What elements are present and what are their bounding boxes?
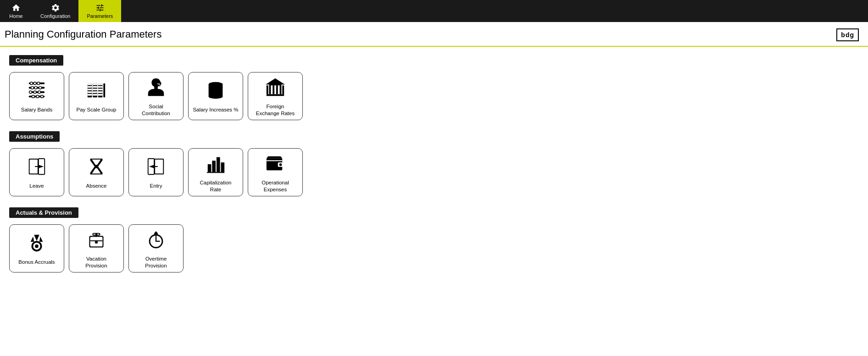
entry-icon <box>145 156 167 180</box>
svg-point-11 <box>33 91 36 94</box>
svg-point-6 <box>37 82 40 85</box>
card-entry[interactable]: Entry <box>128 148 184 196</box>
card-absence[interactable]: Absence <box>69 148 124 196</box>
svg-rect-61 <box>217 157 220 172</box>
capitalization-rate-label: CapitalizationRate <box>200 179 231 193</box>
bonus-accruals-icon <box>26 232 47 256</box>
section-actuals-provision-label: Actuals & Provision <box>9 207 78 218</box>
card-pay-scale-group[interactable]: Pay Scale Group <box>69 72 124 120</box>
card-social-contribution[interactable]: % SocialContribution <box>128 72 184 120</box>
capitalization-rate-icon <box>205 153 226 177</box>
svg-rect-23 <box>93 83 97 85</box>
bonus-accruals-label: Bonus Accruals <box>18 259 55 266</box>
salary-bands-label: Salary Bands <box>21 106 52 113</box>
overtime-provision-label: OvertimeProvision <box>145 256 167 269</box>
svg-point-14 <box>36 95 39 98</box>
svg-rect-30 <box>98 86 103 88</box>
svg-marker-51 <box>266 78 285 84</box>
card-capitalization-rate[interactable]: CapitalizationRate <box>188 148 243 196</box>
svg-text:%: % <box>157 82 161 86</box>
main-content: Compensation <box>0 47 868 292</box>
nav-item-configuration[interactable]: Configuration <box>32 0 78 22</box>
svg-rect-20 <box>88 91 92 93</box>
salary-increases-label: Salary Increases % <box>193 106 238 113</box>
actuals-provision-cards: Bonus Accruals VacationProvision <box>9 224 859 273</box>
top-navigation: Home Configuration Parameters <box>0 0 868 22</box>
foreign-exchange-label: ForeignExchange Rates <box>256 103 295 117</box>
svg-rect-27 <box>93 94 97 96</box>
svg-rect-62 <box>221 162 225 172</box>
pay-scale-group-icon <box>86 80 107 104</box>
svg-rect-26 <box>93 91 97 93</box>
social-contribution-label: SocialContribution <box>142 103 170 117</box>
card-operational-expenses[interactable]: OperationalExpenses <box>248 148 303 196</box>
absence-icon <box>86 156 107 180</box>
svg-point-13 <box>32 95 34 98</box>
nav-configuration-label: Configuration <box>40 13 70 19</box>
svg-rect-17 <box>88 83 92 85</box>
svg-rect-49 <box>280 85 282 94</box>
svg-point-4 <box>30 82 33 85</box>
overtime-provision-icon <box>145 229 167 253</box>
pay-scale-group-label: Pay Scale Group <box>77 106 117 113</box>
svg-rect-31 <box>98 89 103 90</box>
svg-rect-29 <box>98 83 103 85</box>
assumptions-cards: Leave Absence <box>9 148 859 196</box>
card-bonus-accruals[interactable]: Bonus Accruals <box>9 224 64 273</box>
svg-point-15 <box>41 95 44 98</box>
svg-rect-63 <box>207 172 224 173</box>
svg-point-8 <box>34 86 37 89</box>
section-compensation-label: Compensation <box>9 55 63 66</box>
nav-item-parameters[interactable]: Parameters <box>78 0 121 22</box>
social-contribution-icon: % <box>145 77 167 100</box>
absence-label: Absence <box>86 183 107 189</box>
vacation-provision-label: VacationProvision <box>85 256 107 269</box>
svg-rect-60 <box>212 161 216 172</box>
svg-point-9 <box>39 86 42 89</box>
svg-rect-50 <box>282 85 284 94</box>
svg-rect-18 <box>88 86 92 88</box>
salary-bands-icon <box>26 80 47 104</box>
card-foreign-exchange[interactable]: ForeignExchange Rates <box>248 72 303 120</box>
operational-expenses-label: OperationalExpenses <box>262 179 289 193</box>
salary-increases-icon <box>205 80 226 104</box>
svg-rect-45 <box>267 85 268 94</box>
card-salary-bands[interactable]: Salary Bands <box>9 72 64 120</box>
svg-rect-44 <box>267 94 284 96</box>
svg-rect-34 <box>103 83 105 98</box>
svg-rect-19 <box>88 89 92 90</box>
svg-rect-48 <box>276 85 278 94</box>
section-assumptions-label: Assumptions <box>9 131 60 142</box>
svg-rect-46 <box>269 85 271 94</box>
nav-home-label: Home <box>9 13 22 19</box>
nav-parameters-label: Parameters <box>87 13 113 19</box>
entry-label: Entry <box>150 183 162 189</box>
card-overtime-provision[interactable]: OvertimeProvision <box>128 224 184 273</box>
svg-rect-25 <box>93 89 97 90</box>
svg-point-12 <box>38 91 41 94</box>
vacation-provision-icon <box>86 229 107 253</box>
svg-point-7 <box>31 86 34 89</box>
svg-rect-76 <box>95 240 98 243</box>
svg-point-5 <box>33 82 36 85</box>
svg-rect-80 <box>155 231 157 233</box>
card-leave[interactable]: Leave <box>9 148 64 196</box>
svg-point-10 <box>29 91 32 94</box>
svg-rect-24 <box>93 86 97 88</box>
svg-point-69 <box>35 245 39 248</box>
leave-label: Leave <box>29 183 44 189</box>
svg-rect-47 <box>273 85 274 94</box>
svg-point-66 <box>279 163 282 166</box>
compensation-cards: Salary Bands <box>9 72 859 120</box>
nav-item-home[interactable]: Home <box>0 0 32 22</box>
svg-rect-21 <box>88 94 92 96</box>
leave-icon <box>26 156 47 180</box>
svg-rect-52 <box>269 83 282 85</box>
foreign-exchange-icon <box>265 77 286 100</box>
svg-rect-32 <box>98 91 103 93</box>
card-vacation-provision[interactable]: VacationProvision <box>69 224 124 273</box>
page-header: Planning Configuration Parameters bdg <box>0 22 868 47</box>
operational-expenses-icon <box>265 153 286 177</box>
card-salary-increases[interactable]: Salary Increases % <box>188 72 243 120</box>
logo: bdg <box>836 28 859 41</box>
